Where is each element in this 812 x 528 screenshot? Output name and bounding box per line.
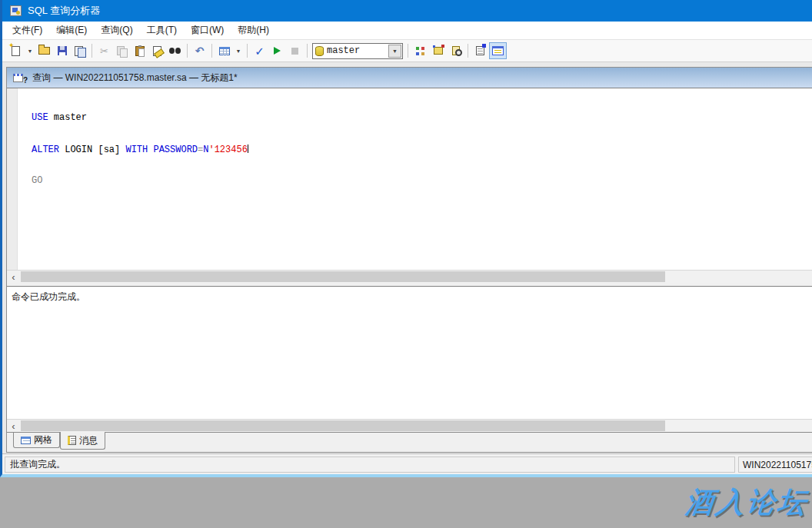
scrollbar-thumb[interactable]	[21, 420, 665, 431]
sql-line: USE master	[32, 113, 248, 124]
menu-file[interactable]: 文件(F)	[5, 22, 49, 39]
show-results-pane-button[interactable]	[489, 42, 507, 59]
query-window-icon	[13, 74, 23, 82]
query-window-icon-question: ?	[23, 76, 28, 85]
status-bar: 批查询完成。 WIN202211051758	[2, 453, 812, 474]
new-query-dropdown[interactable]: ▼	[25, 42, 35, 59]
tab-grid[interactable]: 网格	[13, 433, 60, 448]
toolbar-separator	[307, 44, 308, 58]
object-find-button[interactable]	[447, 42, 464, 59]
toolbar-separator	[187, 44, 188, 58]
results-tab-row: 网格 消息	[7, 432, 812, 452]
new-query-button[interactable]	[7, 42, 25, 59]
menu-help[interactable]: 帮助(H)	[231, 22, 276, 39]
text-caret	[248, 144, 249, 153]
new-query-icon	[12, 46, 20, 56]
undo-icon: ↶	[195, 45, 205, 56]
stop-icon	[291, 48, 298, 55]
undo-button[interactable]: ↶	[191, 42, 208, 59]
menu-bar: 文件(F) 编辑(E) 查询(Q) 工具(T) 窗口(W) 帮助(H)	[2, 22, 812, 40]
query-window: ? 查询 — WIN202211051758.master.sa — 无标题1*…	[6, 67, 812, 453]
database-combo-value: master	[327, 45, 385, 56]
database-combo[interactable]: master ▼	[312, 43, 403, 59]
execute-mode-dropdown[interactable]: ▼	[233, 42, 244, 59]
open-file-button[interactable]	[35, 42, 53, 59]
status-server-panel: WIN202211051758	[738, 457, 812, 473]
app-icon	[10, 5, 22, 16]
find-button[interactable]	[166, 42, 184, 59]
scrollbar-thumb[interactable]	[21, 271, 665, 282]
execute-query-button[interactable]	[268, 42, 286, 59]
mdi-client: ? 查询 — WIN202211051758.master.sa — 无标题1*…	[2, 62, 812, 453]
execute-mode-button[interactable]	[215, 42, 233, 59]
desktop-background: 酒入论坛	[0, 477, 812, 528]
database-icon	[315, 46, 324, 56]
grid-icon	[21, 437, 31, 444]
sql-line: GO	[32, 176, 248, 187]
toolbar-separator	[408, 44, 408, 58]
clear-window-button[interactable]	[148, 42, 166, 59]
paste-button[interactable]	[131, 42, 148, 59]
copy-icon	[117, 46, 127, 56]
sql-line: ALTER LOGIN [sa] WITH PASSWORD=N'123456	[32, 144, 248, 156]
connection-properties-button[interactable]	[471, 42, 489, 59]
results-pane[interactable]: 命令已成功完成。	[7, 286, 812, 419]
editor-selection-margin	[7, 88, 18, 270]
parse-query-button[interactable]: ✓	[251, 42, 268, 59]
window-title: SQL 查询分析器	[28, 4, 100, 18]
clear-window-icon	[153, 46, 161, 56]
connection-properties-icon	[476, 46, 484, 55]
menu-tools[interactable]: 工具(T)	[140, 22, 184, 39]
object-search-button[interactable]	[429, 42, 447, 59]
sql-editor[interactable]: USE master ALTER LOGIN [sa] WITH PASSWOR…	[7, 88, 812, 270]
toolbar-separator	[468, 44, 468, 58]
save-icon	[58, 46, 67, 55]
status-message-panel: 批查询完成。	[5, 457, 735, 473]
execute-play-icon	[274, 47, 281, 55]
scroll-left-arrow-icon[interactable]: ‹	[7, 271, 20, 283]
execute-mode-grid-icon	[219, 47, 230, 55]
toolbar-separator	[211, 44, 212, 58]
toolbar-separator	[247, 44, 248, 58]
database-combo-dropdown[interactable]: ▼	[388, 45, 401, 58]
insert-template-button[interactable]	[71, 42, 88, 59]
app-window: SQL 查询分析器 文件(F) 编辑(E) 查询(Q) 工具(T) 窗口(W) …	[0, 0, 812, 477]
toolbar: ▼ ✂ ↶ ▼ ✓ master ▼	[2, 40, 812, 62]
show-results-pane-icon	[492, 46, 504, 55]
chevron-down-icon: ▼	[392, 48, 398, 54]
object-browser-icon	[415, 46, 425, 56]
scroll-left-arrow-icon[interactable]: ‹	[7, 420, 20, 432]
sql-code: USE master ALTER LOGIN [sa] WITH PASSWOR…	[32, 92, 248, 208]
object-browser-button[interactable]	[411, 42, 429, 59]
cut-button[interactable]: ✂	[95, 42, 113, 59]
menu-query[interactable]: 查询(Q)	[94, 22, 139, 39]
cancel-query-button[interactable]	[286, 42, 304, 59]
paste-icon	[135, 46, 145, 56]
editor-horizontal-scrollbar[interactable]: ‹	[7, 270, 812, 283]
tab-messages[interactable]: 消息	[60, 432, 105, 450]
menu-edit[interactable]: 编辑(E)	[49, 22, 94, 39]
save-button[interactable]	[53, 42, 71, 59]
cut-icon: ✂	[100, 45, 108, 57]
watermark-text: 酒入论坛	[683, 483, 810, 522]
parse-check-icon: ✓	[255, 45, 265, 57]
copy-button[interactable]	[113, 42, 131, 59]
title-bar: SQL 查询分析器	[2, 0, 812, 22]
object-search-icon	[434, 47, 443, 55]
chevron-down-icon: ▼	[236, 48, 241, 54]
message-icon	[68, 436, 76, 445]
results-message: 命令已成功完成。	[12, 291, 85, 302]
status-message: 批查询完成。	[10, 458, 65, 471]
status-server: WIN202211051758	[743, 460, 812, 470]
menu-window[interactable]: 窗口(W)	[184, 22, 231, 39]
chevron-down-icon: ▼	[28, 48, 33, 54]
open-folder-icon	[38, 47, 50, 55]
insert-template-icon	[75, 46, 85, 56]
tab-grid-label: 网格	[34, 433, 52, 447]
object-find-magnifier-icon	[452, 46, 460, 55]
tab-messages-label: 消息	[79, 434, 98, 447]
toolbar-separator	[92, 44, 92, 58]
find-binoculars-icon	[169, 48, 181, 55]
results-horizontal-scrollbar[interactable]: ‹	[7, 419, 812, 432]
query-window-title-bar[interactable]: ? 查询 — WIN202211051758.master.sa — 无标题1*	[7, 68, 812, 88]
